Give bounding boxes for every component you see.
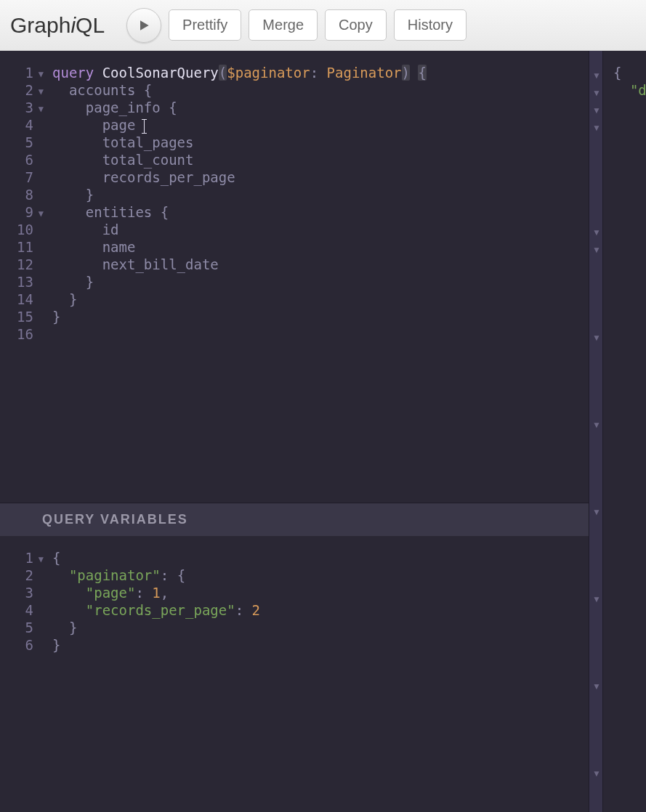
fold-arrow-icon[interactable]: ▼ — [39, 100, 44, 118]
fold-arrow-icon[interactable]: ▼ — [592, 123, 601, 133]
fold-arrow-icon[interactable]: ▼ — [592, 245, 601, 255]
fold-arrow-icon[interactable]: ▼ — [592, 70, 601, 81]
variables-code[interactable]: { "paginator": { "page": 1, "records_per… — [38, 549, 589, 812]
fold-arrow-icon[interactable]: ▼ — [39, 551, 44, 568]
fold-arrow-icon[interactable]: ▼ — [592, 594, 601, 604]
fold-arrow-icon[interactable]: ▼ — [592, 768, 601, 779]
fold-arrow-icon[interactable]: ▼ — [39, 205, 44, 222]
fold-arrow-icon[interactable]: ▼ — [592, 105, 601, 115]
variables-editor[interactable]: 1▼23456 { "paginator": { "page": 1, "rec… — [0, 536, 589, 812]
merge-button[interactable]: Merge — [249, 9, 318, 41]
fold-arrow-icon[interactable]: ▼ — [592, 681, 601, 691]
fold-arrow-icon[interactable]: ▼ — [592, 420, 601, 430]
copy-button[interactable]: Copy — [325, 9, 387, 41]
fold-arrow-icon[interactable]: ▼ — [39, 83, 44, 100]
query-code[interactable]: query CoolSonarQuery($paginator: Paginat… — [38, 64, 589, 503]
result-fold-gutter: ▼▼▼▼▼▼▼▼▼▼▼▼ — [589, 51, 603, 812]
fold-arrow-icon[interactable]: ▼ — [592, 333, 601, 343]
history-button[interactable]: History — [394, 9, 467, 41]
fold-arrow-icon[interactable]: ▼ — [39, 65, 44, 83]
fold-arrow-icon[interactable]: ▼ — [592, 507, 601, 517]
prettify-button[interactable]: Prettify — [169, 9, 241, 41]
result-panel: { "da — [603, 51, 646, 812]
fold-arrow-icon[interactable]: ▼ — [592, 227, 601, 237]
logo: GraphiQL — [10, 13, 105, 38]
play-icon — [137, 18, 151, 33]
execute-button[interactable] — [126, 8, 161, 43]
variables-gutter: 1▼23456 — [0, 549, 38, 812]
query-editor[interactable]: 1▼2▼3▼456789▼10111213141516 query CoolSo… — [0, 51, 589, 503]
left-panel: 1▼2▼3▼456789▼10111213141516 query CoolSo… — [0, 51, 589, 812]
query-gutter: 1▼2▼3▼456789▼10111213141516 — [0, 64, 38, 503]
fold-arrow-icon[interactable]: ▼ — [592, 88, 601, 98]
variables-header[interactable]: QUERY VARIABLES — [0, 503, 589, 536]
toolbar: GraphiQL Prettify Merge Copy History — [0, 0, 646, 51]
editor-container: 1▼2▼3▼456789▼10111213141516 query CoolSo… — [0, 51, 646, 812]
